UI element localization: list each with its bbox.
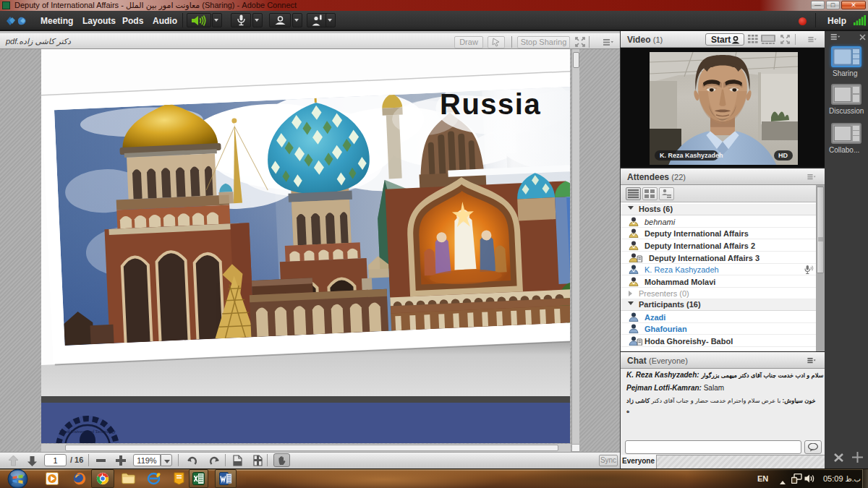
- svg-text:Russia: Russia: [440, 88, 541, 120]
- svg-text:HD: HD: [778, 152, 788, 159]
- svg-text:K. Reza Kashyzadeh: K. Reza Kashyzadeh: [660, 152, 723, 159]
